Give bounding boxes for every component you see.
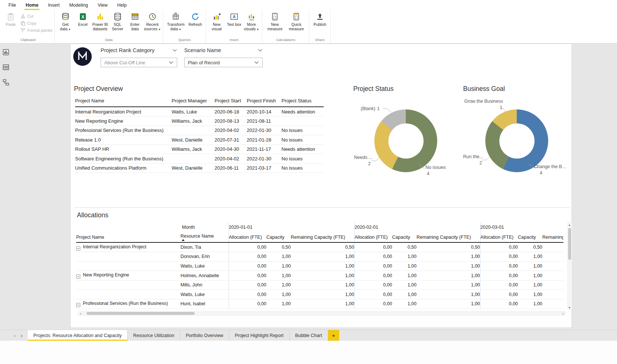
project-status-donut[interactable] xyxy=(374,109,437,172)
table-row[interactable]: Rollout SAP HRWilliams, Jack2020-04-3020… xyxy=(75,144,324,154)
matrix-column-header-row: Project Name Resource Name Allocation (F… xyxy=(76,232,563,242)
data-label: Grow the Business xyxy=(464,99,503,104)
matrix-row[interactable]: Watts, Luke 0,001,001,00 0,001,001,00 0,… xyxy=(76,290,563,299)
table-row[interactable]: Unified Communications PlatformWest, Dan… xyxy=(75,163,324,173)
scroll-left-icon[interactable]: ‹ xyxy=(78,311,84,316)
column-header[interactable]: Capacity xyxy=(518,232,542,242)
column-header[interactable]: Project Name xyxy=(75,95,172,107)
table-row[interactable]: Software Engineering (Run the Business)2… xyxy=(75,154,324,164)
data-label: (Blank)1 xyxy=(361,106,380,111)
tab-project-highlight-report[interactable]: Project Highlight Report xyxy=(229,330,290,341)
horizontal-scrollbar[interactable]: ‹ › xyxy=(78,311,566,316)
vertical-scrollbar[interactable]: ▲ ▼ xyxy=(567,222,572,310)
sort-ascending-icon xyxy=(182,239,185,241)
column-header[interactable]: Project Start xyxy=(215,95,247,107)
column-header[interactable]: Remaining Capacity (FTE) xyxy=(542,232,563,242)
slicer-dropdown-scenario[interactable]: Plan of Record xyxy=(184,58,263,67)
project-status-chart: (Blank)1 Needs ... 2 No issues 4 xyxy=(350,92,461,184)
previous-page-icon[interactable]: ‹ xyxy=(14,332,16,339)
enter-data-button[interactable]: Enter data xyxy=(126,11,144,31)
column-header[interactable]: Allocation (FTE) xyxy=(480,232,518,242)
enter-data-icon xyxy=(130,12,140,21)
menu-help[interactable]: Help xyxy=(112,0,132,10)
get-data-label: Get data▼ xyxy=(57,23,74,31)
menu-view[interactable]: View xyxy=(93,0,112,10)
matrix-row[interactable]: Internal Reorganization Project Dixon, T… xyxy=(76,242,563,252)
new-measure-label: New measure xyxy=(264,23,286,31)
sql-server-label: SQL Server xyxy=(109,23,126,31)
matrix-row[interactable]: Professional Services (Run the Business)… xyxy=(76,299,563,309)
quick-measure-button[interactable]: Quick measure xyxy=(286,11,307,31)
copy-button: Copy xyxy=(20,21,53,26)
menu-bar: File Home Insert Modeling View Help xyxy=(0,0,617,10)
matrix-row[interactable]: New Reporting Engine Holmes, Annabelle 0… xyxy=(76,271,563,280)
column-header[interactable]: Remaining Capacity (FTE) xyxy=(417,232,480,242)
powerbi-datasets-button[interactable]: Power BI datasets xyxy=(91,11,109,31)
tab-projects-resource-allocation[interactable]: Projects: Resource Allocation and Capaci… xyxy=(28,330,128,341)
collapse-icon[interactable] xyxy=(76,246,80,251)
column-header-sorted[interactable]: Resource Name xyxy=(181,232,229,242)
get-data-button[interactable]: Get data▼ xyxy=(57,11,74,31)
column-header[interactable]: Capacity xyxy=(392,232,417,242)
column-header[interactable]: Capacity xyxy=(266,232,291,242)
scroll-right-icon[interactable]: › xyxy=(560,311,566,316)
paste-icon xyxy=(6,13,15,21)
more-visuals-button[interactable]: More visuals▼ xyxy=(243,11,260,31)
table-row[interactable]: Release 1.0West, Danielle2020-07-312021-… xyxy=(75,135,324,145)
column-header[interactable]: Project Name xyxy=(76,232,181,242)
publish-button[interactable]: Publish xyxy=(311,11,328,27)
enter-data-label: Enter data xyxy=(126,23,144,31)
recent-sources-button[interactable]: Recent sources▼ xyxy=(144,11,161,31)
business-goal-chart: Grow the Business 1 Run the... 2 Change … xyxy=(461,92,572,184)
scrollbar-thumb[interactable] xyxy=(568,228,571,260)
matrix-row[interactable]: Watts, Luke 0,001,001,00 0,001,001,00 0,… xyxy=(76,261,563,271)
chevron-down-icon[interactable] xyxy=(258,49,263,52)
new-measure-button[interactable]: New measure xyxy=(264,11,286,31)
menu-file[interactable]: File xyxy=(4,0,21,10)
menu-insert[interactable]: Insert xyxy=(43,0,64,10)
tab-portfolio-overview[interactable]: Portfolio Overview xyxy=(180,330,229,341)
chevron-down-icon[interactable] xyxy=(172,49,177,52)
column-header[interactable]: Project Status xyxy=(281,95,324,107)
model-view-button[interactable] xyxy=(2,78,10,86)
tab-bubble-chart[interactable]: Bubble Chart xyxy=(290,330,328,341)
text-box-button[interactable]: A Text box xyxy=(225,11,243,27)
collapse-icon[interactable] xyxy=(76,275,80,279)
business-goal-donut[interactable] xyxy=(485,109,548,172)
collapse-icon[interactable] xyxy=(76,303,80,307)
slicer-dropdown-project-rank[interactable]: Above Cut-Off Line xyxy=(101,58,177,67)
transform-data-button[interactable]: Transform data▼ xyxy=(165,11,186,31)
tab-resource-utilization[interactable]: Resource Utilization xyxy=(128,330,180,341)
group-label-queries: Queries xyxy=(165,38,204,43)
column-header[interactable]: Allocation (FTE) xyxy=(229,232,266,242)
data-view-button[interactable] xyxy=(2,63,10,71)
add-page-button[interactable]: + xyxy=(328,330,339,341)
refresh-button[interactable]: Refresh xyxy=(186,11,204,27)
column-header[interactable]: Project Finish xyxy=(247,95,281,107)
sql-server-button[interactable]: SQL Server xyxy=(109,11,126,31)
new-visual-button[interactable]: New visual xyxy=(208,11,225,31)
menu-home[interactable]: Home xyxy=(21,0,43,10)
table-row[interactable]: Professional Services (Run the Business)… xyxy=(75,126,324,135)
group-label-clipboard: Clipboard xyxy=(3,38,53,43)
table-row[interactable]: New Reporting EngineWilliams, Jack2020-0… xyxy=(75,116,324,126)
column-header[interactable]: Project Manager xyxy=(172,95,215,107)
report-view-button[interactable] xyxy=(2,48,10,56)
matrix-month-label: Month xyxy=(181,222,229,232)
slicer-title-scenario: Scenario Name xyxy=(184,47,263,54)
column-header[interactable]: Remaining Capacity (FTE) xyxy=(291,232,354,242)
column-header[interactable]: Allocation (FTE) xyxy=(354,232,392,242)
menu-modeling[interactable]: Modeling xyxy=(64,0,93,10)
scrollbar-thumb[interactable] xyxy=(87,312,195,315)
company-logo xyxy=(73,47,92,66)
next-page-icon[interactable]: › xyxy=(21,332,23,339)
matrix-row[interactable]: Mills, John 0,001,001,00 0,001,001,00 0,… xyxy=(76,280,563,290)
matrix-viewport: Month 2020-01-01 2020-02-01 2020-03-01 P… xyxy=(76,222,563,310)
data-label-value: 2 xyxy=(479,160,482,166)
excel-label: Excel xyxy=(78,23,88,27)
excel-button[interactable]: X Excel xyxy=(74,11,91,27)
scroll-up-icon[interactable]: ▲ xyxy=(567,222,572,227)
scroll-down-icon[interactable]: ▼ xyxy=(567,305,572,310)
table-row[interactable]: Internal Reorganization ProjectWatts, Lu… xyxy=(75,107,324,116)
matrix-row[interactable]: Donovan, Erin 0,001,001,00 0,001,001,00 … xyxy=(76,252,563,262)
